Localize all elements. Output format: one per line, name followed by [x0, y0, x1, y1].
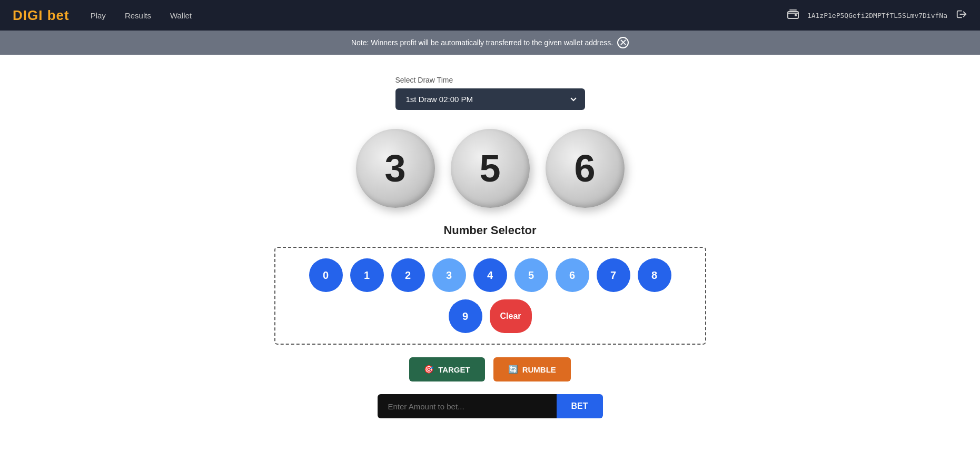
- logo-digi: DIGI: [13, 7, 43, 23]
- num-btn-1[interactable]: 1: [350, 258, 384, 292]
- nav-right: 1A1zP1eP5QGefi2DMPTfTL5SLmv7DivfNa: [787, 8, 967, 23]
- bet-section: BET: [378, 394, 603, 418]
- clear-button[interactable]: Clear: [490, 299, 532, 333]
- ball-2: 5: [451, 129, 530, 208]
- wallet-address: 1A1zP1eP5QGefi2DMPTfTL5SLmv7DivfNa: [807, 12, 947, 19]
- nav-play[interactable]: Play: [91, 11, 106, 20]
- num-btn-8[interactable]: 8: [638, 258, 671, 292]
- target-label: TARGET: [438, 365, 470, 374]
- navbar: DIGI bet Play Results Wallet 1A1zP1eP5QG…: [0, 0, 980, 31]
- number-selector-box: 0 1 2 3 4 5 6 7 8 9 Clear: [274, 247, 706, 345]
- banner-text: Note: Winners profit will be automatical…: [351, 38, 613, 47]
- num-btn-0[interactable]: 0: [309, 258, 343, 292]
- logo-bet: bet: [47, 7, 70, 23]
- rumble-icon: 🔄: [508, 365, 518, 374]
- main-content: Select Draw Time 1st Draw 02:00 PM 2nd D…: [0, 55, 980, 450]
- num-btn-2[interactable]: 2: [391, 258, 425, 292]
- bet-button[interactable]: BET: [557, 394, 603, 418]
- nav-links: Play Results Wallet: [91, 11, 766, 20]
- nav-wallet[interactable]: Wallet: [170, 11, 192, 20]
- balls-display: 3 5 6: [356, 129, 625, 208]
- num-btn-3[interactable]: 3: [432, 258, 466, 292]
- banner-close-button[interactable]: ✕: [617, 37, 629, 48]
- num-btn-4[interactable]: 4: [473, 258, 507, 292]
- rumble-button[interactable]: 🔄 RUMBLE: [493, 357, 571, 381]
- wallet-icon: [787, 9, 799, 22]
- draw-time-select[interactable]: 1st Draw 02:00 PM 2nd Draw 05:00 PM 3rd …: [395, 88, 585, 110]
- ball-1: 3: [356, 129, 435, 208]
- num-btn-7[interactable]: 7: [597, 258, 630, 292]
- num-btn-5[interactable]: 5: [514, 258, 548, 292]
- action-buttons: 🎯 TARGET 🔄 RUMBLE: [409, 357, 571, 381]
- svg-rect-1: [795, 14, 797, 16]
- logout-icon[interactable]: [956, 8, 967, 23]
- target-button[interactable]: 🎯 TARGET: [409, 357, 485, 381]
- ball-3: 6: [546, 129, 625, 208]
- logo: DIGI bet: [13, 7, 70, 24]
- num-btn-9[interactable]: 9: [449, 299, 482, 333]
- target-icon: 🎯: [424, 365, 434, 374]
- bet-amount-input[interactable]: [378, 394, 557, 418]
- announcement-banner: Note: Winners profit will be automatical…: [0, 31, 980, 55]
- number-selector-title: Number Selector: [443, 224, 536, 237]
- draw-time-section: Select Draw Time 1st Draw 02:00 PM 2nd D…: [395, 76, 585, 110]
- draw-time-label: Select Draw Time: [395, 76, 453, 84]
- nav-results[interactable]: Results: [125, 11, 151, 20]
- num-btn-6[interactable]: 6: [556, 258, 589, 292]
- rumble-label: RUMBLE: [522, 365, 556, 374]
